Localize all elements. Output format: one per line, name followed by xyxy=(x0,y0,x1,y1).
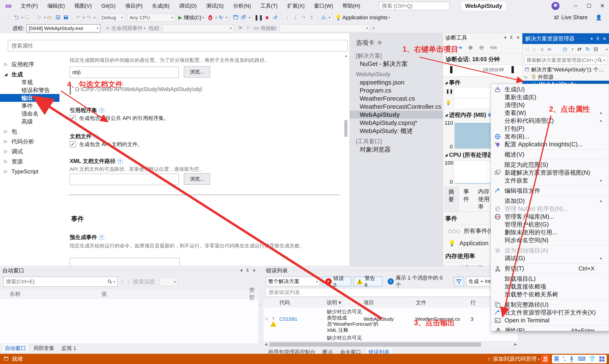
column-code[interactable]: 代码 xyxy=(264,299,327,306)
diagnostics-toggle-icon[interactable]: 🝆 xyxy=(320,13,328,22)
menu-item[interactable]: 工具(T) xyxy=(256,0,282,12)
expander-icon[interactable]: ◢ xyxy=(4,72,12,77)
errors-toggle-button[interactable]: ✕错误 0 xyxy=(322,277,351,286)
save-button[interactable]: 🖫 xyxy=(54,13,62,22)
browse-xml-path-button[interactable]: 浏览... xyxy=(184,173,210,185)
properties-vertical-scrollbar[interactable]: ▲ ▼ xyxy=(344,53,349,286)
flag-current-icon[interactable]: ⚐ xyxy=(244,24,252,33)
properties-search-input[interactable] xyxy=(12,43,344,49)
menu-item[interactable]: 分析(N) xyxy=(228,0,256,12)
context-menu-item[interactable] xyxy=(491,244,609,247)
error-list-horizontal-scrollbar[interactable]: ◀ ▶ xyxy=(264,341,518,348)
properties-tree-item[interactable]: ▷ 包 xyxy=(0,128,68,135)
platform-dropdown[interactable]: Any CPU▾ xyxy=(127,13,175,22)
properties-tree-item[interactable]: 常规 xyxy=(0,78,68,86)
diagnostics-timeline[interactable]: 18:00分钟 xyxy=(443,65,522,77)
window-position-icon[interactable]: ▾ xyxy=(504,35,506,40)
column-value[interactable]: 值 xyxy=(101,290,249,298)
menu-item[interactable]: 调试(D) xyxy=(174,0,202,12)
filter-button[interactable] xyxy=(454,277,464,286)
column-line[interactable]: 行 xyxy=(471,299,476,306)
warnings-toggle-button[interactable]: 警告 6 xyxy=(353,277,382,286)
context-menu-item[interactable]: 发布(B)... xyxy=(491,132,609,140)
context-menu-item[interactable]: 限定为此范围(S) xyxy=(491,161,609,169)
menu-item[interactable]: 扩展(X) xyxy=(282,0,309,12)
tabs-panel-row[interactable]: Program.cs xyxy=(350,86,443,94)
properties-tree-item[interactable]: 高级 xyxy=(0,117,68,125)
expander-icon[interactable]: ▷ xyxy=(4,139,12,144)
redo-button[interactable]: ↷ xyxy=(85,13,93,22)
menu-item[interactable]: 帮助(H) xyxy=(338,0,365,12)
quick-search[interactable] xyxy=(379,2,449,10)
error-row[interactable]: ▷ CS1591 缺少对公共可见类型或成员“WeatherForecast”的 … xyxy=(264,307,518,333)
context-menu-item[interactable]: 添加(D) ▸ xyxy=(491,197,609,205)
menu-item[interactable]: 测试(S) xyxy=(202,0,228,12)
live-share-icon[interactable]: 🖅 xyxy=(552,13,560,22)
properties-tree-item[interactable]: 错误和警告 xyxy=(0,86,68,94)
app-insights-dropdown[interactable]: Application Insights xyxy=(342,13,388,22)
minimize-button[interactable]: ─ xyxy=(569,0,582,12)
step-over-button[interactable]: ⤓ xyxy=(291,13,299,22)
tabs-panel-row[interactable]: 对象浏览器 xyxy=(350,145,443,154)
menu-item[interactable]: 文件(F) xyxy=(16,0,43,12)
intellitrace-bulb-icon[interactable]: 💡 xyxy=(445,100,451,105)
process-dropdown[interactable]: [5948] WebApiStudy.exe▾ xyxy=(27,24,100,32)
diagnostics-tab[interactable]: 摘要 xyxy=(444,187,459,211)
ime-toolbar[interactable]: 英 ’, ⌨ 👕 xyxy=(552,355,607,363)
context-menu-item[interactable] xyxy=(491,195,609,197)
back-icon[interactable]: ◁ xyxy=(525,46,529,52)
context-menu-item[interactable]: 加载直接依赖项 xyxy=(491,283,609,290)
find-in-code-button[interactable]: 🗔 xyxy=(232,13,240,22)
context-menu-item[interactable] xyxy=(491,262,609,265)
pending-changes-filter-icon[interactable]: ◷ xyxy=(563,46,567,52)
context-menu-item[interactable]: 概述(V) xyxy=(491,151,609,158)
push-icon[interactable]: ↑ xyxy=(488,356,491,362)
open-folder-button[interactable]: 🗁 xyxy=(46,13,54,22)
tabs-panel-row[interactable]: WebApiStudy xyxy=(350,111,443,119)
solution-config-dropdown[interactable]: Debug▾ xyxy=(99,13,125,22)
context-menu-item[interactable]: 管理用户机密(G) xyxy=(491,221,609,228)
settings-gear-icon[interactable]: ⚙ xyxy=(446,44,451,51)
context-menu-item[interactable]: 管理客户端库(M)... xyxy=(491,213,609,221)
column-name[interactable]: 名称 xyxy=(0,290,101,298)
context-menu-item[interactable]: 查看(W) ▸ xyxy=(491,109,609,117)
break-all-button[interactable]: ❚❚ xyxy=(254,13,263,22)
expander-icon[interactable]: ▷ xyxy=(4,169,12,174)
column-type[interactable]: 类型 xyxy=(249,286,258,301)
context-menu-item[interactable]: 删除未使用的引用... xyxy=(491,228,609,236)
toolbar-grip[interactable]: ⋮⋮ xyxy=(3,26,10,30)
tabs-panel-row[interactable]: [解决方案] xyxy=(350,52,443,60)
properties-tree-item[interactable]: ▷ 调试 xyxy=(0,147,68,155)
context-menu-item[interactable]: 编辑项目文件 xyxy=(491,187,609,195)
browse-base-path-button[interactable]: 浏览... xyxy=(184,66,210,78)
source-control-label[interactable]: 添加到源代码管理 xyxy=(493,355,537,363)
zoom-in-icon[interactable]: ⊕ xyxy=(468,44,473,51)
pause-events-icon[interactable]: ❚❚ xyxy=(446,89,453,94)
account-avatar[interactable] xyxy=(551,2,559,10)
window-position-icon[interactable]: ▾ xyxy=(241,268,243,273)
context-menu-item[interactable]: 分析和代码清理(Z) ▸ xyxy=(491,117,609,125)
forward-icon[interactable]: ▷ xyxy=(533,46,537,52)
solution-node[interactable]: 🗔 解决方案“WebApiStudy”(1 个项目/共 xyxy=(522,66,609,73)
drag-dots[interactable] xyxy=(471,36,501,39)
switch-views-icon[interactable]: ∞ xyxy=(547,46,551,52)
tabs-panel-row[interactable]: WebApiStudy xyxy=(350,70,443,78)
step-into-button[interactable]: ↓ xyxy=(283,13,291,22)
collapse-all-icon[interactable]: ⊟ xyxy=(594,46,598,52)
context-menu-item[interactable]: 在文件资源管理器中打开文件夹(X) xyxy=(491,309,609,316)
base-path-input[interactable] xyxy=(70,67,179,78)
ref-assembly-checkbox[interactable]: ✓ xyxy=(70,115,76,121)
thread-dropdown[interactable]: ▾ xyxy=(162,24,234,32)
add-collaborator-icon[interactable]: 👤 xyxy=(595,13,603,22)
save-all-button[interactable]: 🖬 xyxy=(62,13,70,22)
restart-debug-button[interactable]: ↺ xyxy=(271,13,279,22)
menu-item[interactable]: 生成(B) xyxy=(147,0,174,12)
expander-icon[interactable]: ▷ xyxy=(4,159,12,164)
continue-button[interactable]: ▶ 继续(C) xyxy=(178,13,202,22)
new-project-button[interactable]: 🗋 xyxy=(35,13,43,22)
tabs-panel-row[interactable]: [工具窗口] xyxy=(350,137,443,145)
row-expander-icon[interactable]: ▷ xyxy=(264,309,270,333)
context-menu-item[interactable] xyxy=(491,158,609,161)
close-icon[interactable]: ✕ xyxy=(603,36,606,41)
properties-tree-item[interactable]: ▷ 应用程序 xyxy=(0,60,68,68)
